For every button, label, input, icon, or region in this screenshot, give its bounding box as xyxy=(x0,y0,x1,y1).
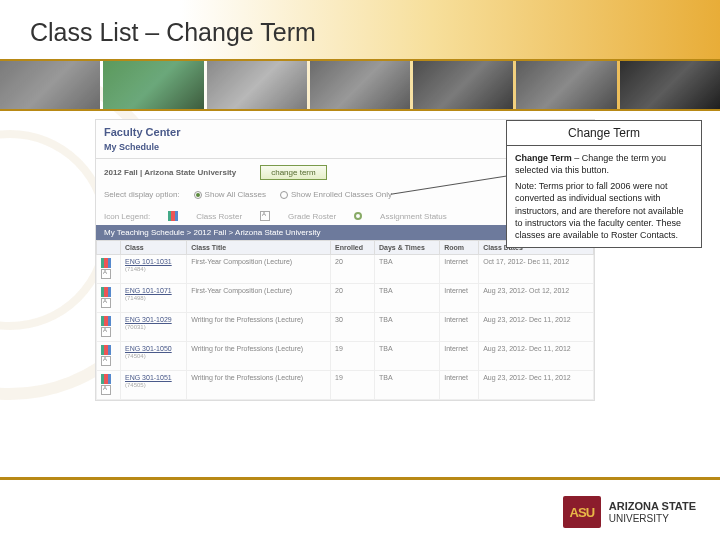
radio-show-enrolled[interactable]: Show Enrolled Classes Only xyxy=(280,190,392,199)
callout-lead: Change Term xyxy=(515,153,572,163)
class-link[interactable]: ENG 101-1031 xyxy=(125,258,172,265)
table-title: My Teaching Schedule > 2012 Fall > Arizo… xyxy=(104,228,320,237)
grade-roster-icon xyxy=(260,211,270,221)
footer-divider xyxy=(0,477,720,480)
asu-mark-icon: ASU xyxy=(563,496,601,528)
table-row: ENG 301-1029(70031) Writing for the Prof… xyxy=(97,313,594,342)
logo-line1: ARIZONA STATE xyxy=(609,500,696,512)
class-roster-icon[interactable] xyxy=(101,345,111,355)
asu-logo: ASU ARIZONA STATE UNIVERSITY xyxy=(563,496,696,528)
schedule-table: ClassClass Title EnrolledDays & Times Ro… xyxy=(96,240,594,400)
callout-text-2: Note: Terms prior to fall 2006 were not … xyxy=(515,180,693,241)
class-link[interactable]: ENG 301-1051 xyxy=(125,374,172,381)
photo-band xyxy=(0,59,720,111)
legend-label: Icon Legend: xyxy=(104,212,150,221)
class-link[interactable]: ENG 101-1071 xyxy=(125,287,172,294)
callout-title: Change Term xyxy=(507,121,701,146)
grade-roster-icon[interactable] xyxy=(101,327,111,337)
change-term-button[interactable]: change term xyxy=(260,165,326,180)
table-row: ENG 101-1031(71484) First-Year Compositi… xyxy=(97,255,594,284)
logo-line2: UNIVERSITY xyxy=(609,513,696,524)
assignment-status-icon xyxy=(354,212,362,220)
class-roster-icon[interactable] xyxy=(101,287,111,297)
grade-roster-icon[interactable] xyxy=(101,269,111,279)
slide-title: Class List – Change Term xyxy=(0,0,720,59)
table-row: ENG 101-1071(71498) First-Year Compositi… xyxy=(97,284,594,313)
radio-show-all[interactable]: Show All Classes xyxy=(194,190,266,199)
class-roster-icon[interactable] xyxy=(101,258,111,268)
class-link[interactable]: ENG 301-1029 xyxy=(125,316,172,323)
class-roster-icon xyxy=(168,211,178,221)
class-roster-icon[interactable] xyxy=(101,374,111,384)
grade-roster-icon[interactable] xyxy=(101,385,111,395)
table-row: ENG 301-1051(74505) Writing for the Prof… xyxy=(97,371,594,400)
grade-roster-icon[interactable] xyxy=(101,356,111,366)
callout-box: Change Term Change Term – Change the ter… xyxy=(506,120,702,248)
grade-roster-icon[interactable] xyxy=(101,298,111,308)
display-option-label: Select display option: xyxy=(104,190,180,199)
class-roster-icon[interactable] xyxy=(101,316,111,326)
term-label: 2012 Fall | Arizona State University xyxy=(104,168,236,177)
class-link[interactable]: ENG 301-1050 xyxy=(125,345,172,352)
table-row: ENG 301-1050(74504) Writing for the Prof… xyxy=(97,342,594,371)
